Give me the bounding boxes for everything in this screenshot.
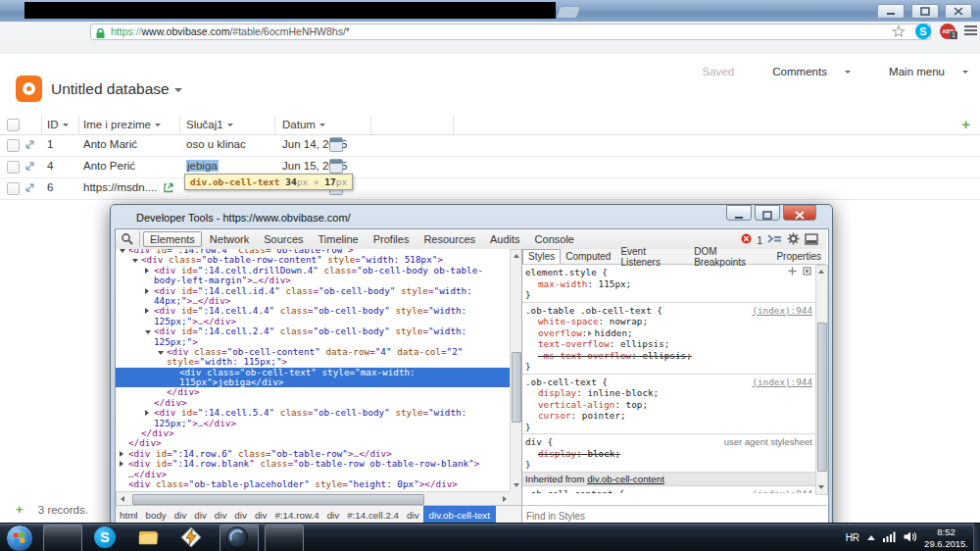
scroll-down-icon[interactable]: [514, 483, 519, 487]
expanded-arrow-icon[interactable]: [158, 347, 167, 357]
devtools-tab-audits[interactable]: Audits: [483, 231, 527, 247]
dom-tree-line[interactable]: <div id=":14.row.blank" class="ob-table-…: [116, 459, 510, 469]
breadcrumb-item[interactable]: div: [211, 510, 231, 521]
new-style-rule-icon[interactable]: [788, 267, 797, 276]
taskbar-explorer-icon[interactable]: [137, 526, 159, 548]
expanded-arrow-icon[interactable]: [120, 249, 128, 255]
rule-selector[interactable]: .ob-cell-text {: [525, 376, 608, 388]
breadcrumb-item[interactable]: div: [230, 510, 251, 521]
css-property[interactable]: cursor: pointer;: [525, 410, 812, 422]
close-icon[interactable]: [783, 205, 816, 221]
css-property[interactable]: display: block;: [525, 448, 812, 460]
database-title[interactable]: Untitled database: [51, 80, 182, 98]
calendar-icon[interactable]: [329, 137, 343, 152]
table-row[interactable]: 1Anto Marićoso u klinacJun 14, 2015: [0, 134, 980, 157]
scroll-down-icon[interactable]: [818, 485, 824, 489]
taskbar-active-slot[interactable]: [265, 525, 304, 551]
rule-selector[interactable]: element.style {: [525, 267, 608, 278]
sort-chevron-icon[interactable]: [227, 124, 233, 126]
calendar-icon[interactable]: [329, 159, 343, 174]
stylesheet-link[interactable]: (index):944: [752, 488, 812, 493]
expand-record-icon[interactable]: [24, 139, 35, 152]
maximize-icon[interactable]: [911, 4, 939, 19]
css-property[interactable]: display: inline-block;: [525, 387, 812, 399]
maximize-icon[interactable]: [755, 205, 780, 221]
styles-tab-computed[interactable]: Computed: [561, 250, 615, 263]
css-property[interactable]: text-overflow: ellipsis;: [525, 338, 812, 350]
inherited-node-link[interactable]: div.ob-cell-content: [587, 474, 664, 484]
select-all-checkbox[interactable]: [7, 119, 20, 131]
devtools-tab-elements[interactable]: Elements: [143, 231, 202, 247]
expanded-arrow-icon[interactable]: [145, 326, 154, 336]
gear-icon[interactable]: [787, 232, 800, 247]
minimize-icon[interactable]: [726, 205, 752, 221]
sort-chevron-icon[interactable]: [155, 124, 161, 126]
collapsed-arrow-icon[interactable]: [145, 266, 154, 276]
styles-content[interactable]: element.style { max-width: 115px;}.ob-ta…: [522, 265, 815, 493]
column-header-slu-aj1[interactable]: Slučaj1: [186, 119, 233, 130]
devtools-tab-console[interactable]: Console: [528, 231, 581, 247]
rule-selector[interactable]: .ob-cell-content {: [525, 488, 624, 493]
hidden-icons-chevron[interactable]: [867, 535, 875, 540]
stylesheet-link[interactable]: (index):944: [752, 376, 812, 388]
bookmark-star-icon[interactable]: [892, 25, 906, 42]
cell-case[interactable]: jebiga: [186, 160, 219, 172]
column-header-ime-i-prezime[interactable]: Ime i prezime: [83, 119, 161, 130]
expand-record-icon[interactable]: [24, 161, 35, 174]
stylesheet-link[interactable]: (index):944: [752, 305, 812, 317]
taskbar-active-slot[interactable]: [43, 525, 82, 551]
language-indicator[interactable]: HR: [846, 532, 859, 543]
devtools-titlebar[interactable]: Developer Tools - https://www.obvibase.c…: [115, 208, 828, 227]
show-desktop-button[interactable]: [973, 524, 980, 551]
selected-dom-node[interactable]: <div class="ob-cell-text" style="max-wid…: [116, 368, 510, 377]
breadcrumb-item[interactable]: #:14.cell.2.4: [343, 510, 403, 521]
dock-side-icon[interactable]: [805, 233, 818, 247]
add-record-button[interactable]: +: [961, 116, 970, 132]
css-property[interactable]: -ms-text-overflow: ellipsis;: [525, 350, 812, 362]
column-header-datum[interactable]: Datum: [282, 119, 325, 130]
styles-tab-styles[interactable]: Styles: [522, 249, 561, 264]
dom-tree-line[interactable]: 125px;">…</div>: [116, 419, 510, 428]
network-icon[interactable]: [883, 531, 896, 544]
scrollbar-thumb[interactable]: [512, 352, 521, 423]
breadcrumb-item[interactable]: div: [403, 510, 423, 521]
collapsed-arrow-icon[interactable]: [145, 408, 154, 418]
external-link-icon[interactable]: [163, 182, 173, 195]
sort-chevron-icon[interactable]: [63, 124, 69, 126]
devtools-tab-profiles[interactable]: Profiles: [367, 231, 416, 247]
column-header-id[interactable]: ID: [47, 119, 69, 130]
scrollbar-thumb[interactable]: [817, 323, 827, 472]
close-icon[interactable]: [945, 4, 972, 19]
taskbar-skype-icon[interactable]: S: [94, 526, 116, 548]
expand-value-icon[interactable]: [588, 330, 592, 336]
breadcrumb-item[interactable]: body: [142, 510, 171, 521]
address-bar[interactable]: https://www.obvibase.com/#table/6ocmHeNH…: [90, 24, 931, 40]
row-checkbox[interactable]: [7, 139, 20, 152]
redacted-tabs[interactable]: [24, 2, 556, 19]
rule-selector[interactable]: div {: [525, 436, 553, 448]
main-menu[interactable]: Main menu: [871, 66, 968, 77]
add-record-icon[interactable]: +: [16, 502, 24, 517]
start-button[interactable]: [6, 525, 33, 551]
collapsed-arrow-icon[interactable]: [145, 306, 154, 316]
css-property[interactable]: white-space: nowrap;: [525, 316, 812, 327]
expanded-arrow-icon[interactable]: [132, 255, 141, 265]
row-checkbox[interactable]: [7, 182, 20, 195]
volume-icon[interactable]: [904, 531, 916, 544]
styles-tab-properties[interactable]: Properties: [771, 250, 826, 263]
inspect-search-icon[interactable]: [121, 232, 134, 250]
comments-menu[interactable]: Comments: [755, 66, 851, 77]
rule-selector[interactable]: .ob-table .ob-cell-text {: [525, 305, 662, 317]
css-property[interactable]: overflow:hidden;: [525, 327, 812, 339]
devtools-tab-network[interactable]: Network: [203, 231, 256, 247]
scroll-up-icon[interactable]: [818, 270, 824, 274]
taskbar-winamp-icon[interactable]: [180, 526, 202, 548]
breadcrumb-item[interactable]: div: [251, 510, 271, 521]
inspect-element-icon[interactable]: [803, 267, 812, 276]
row-checkbox[interactable]: [7, 161, 20, 174]
css-property[interactable]: max-width: 115px;: [525, 278, 812, 290]
sort-chevron-icon[interactable]: [319, 124, 325, 126]
scroll-up-icon[interactable]: [514, 254, 519, 258]
styles-vertical-scrollbar[interactable]: [815, 265, 828, 495]
taskbar-clock[interactable]: 8:52 29.6.2015.: [924, 526, 968, 550]
